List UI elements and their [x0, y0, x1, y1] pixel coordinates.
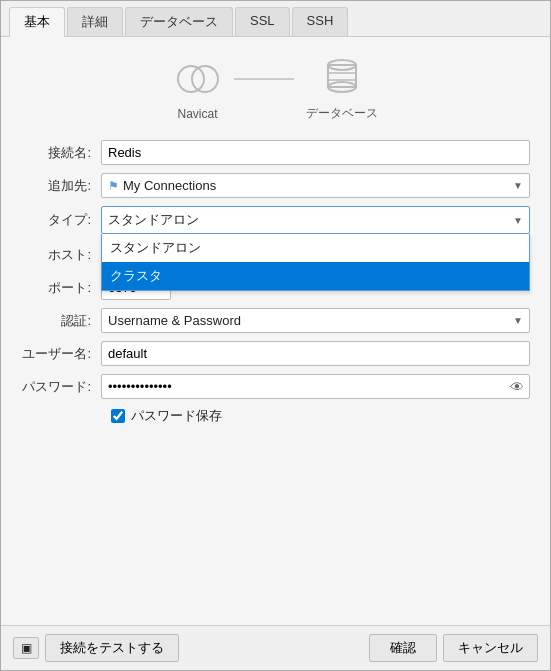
eye-icon[interactable]: 👁 — [510, 379, 524, 395]
ok-button[interactable]: 確認 — [369, 634, 437, 662]
tab-basic[interactable]: 基本 — [9, 7, 65, 37]
folder-icon: ⚑ — [108, 179, 119, 193]
connection-name-control — [101, 140, 530, 165]
footer-right: 確認 キャンセル — [369, 634, 538, 662]
connector-line — [234, 78, 294, 80]
type-value: スタンドアロン — [108, 211, 199, 229]
type-chevron-icon: ▼ — [513, 215, 523, 226]
type-row: タイプ: スタンドアロン ▼ スタンドアロン クラスタ — [21, 206, 530, 234]
username-control — [101, 341, 530, 366]
auth-row: 認証: Username & Password ▼ — [21, 308, 530, 333]
add-to-select[interactable]: ⚑ My Connections ▼ — [101, 173, 530, 198]
auth-select[interactable]: Username & Password ▼ — [101, 308, 530, 333]
tab-detail[interactable]: 詳細 — [67, 7, 123, 36]
add-to-label: 追加先: — [21, 177, 101, 195]
connection-name-row: 接続名: — [21, 140, 530, 165]
password-row: パスワード: 👁 — [21, 374, 530, 399]
database-label: データベース — [306, 105, 378, 122]
database-icon-group: データベース — [306, 53, 378, 122]
add-to-control: ⚑ My Connections ▼ — [101, 173, 530, 198]
password-input[interactable] — [101, 374, 530, 399]
footer: ▣ 接続をテストする 確認 キャンセル — [1, 625, 550, 670]
type-option-standalone[interactable]: スタンドアロン — [102, 234, 529, 262]
username-row: ユーザー名: — [21, 341, 530, 366]
type-label: タイプ: — [21, 211, 101, 229]
auth-chevron-icon: ▼ — [513, 315, 523, 326]
footer-left: ▣ 接続をテストする — [13, 634, 179, 662]
username-label: ユーザー名: — [21, 345, 101, 363]
tab-bar: 基本 詳細 データベース SSL SSH — [1, 1, 550, 37]
connection-name-label: 接続名: — [21, 144, 101, 162]
username-input[interactable] — [101, 341, 530, 366]
auth-label: 認証: — [21, 312, 101, 330]
password-label: パスワード: — [21, 378, 101, 396]
navicat-icon — [174, 55, 222, 103]
connection-name-input[interactable] — [101, 140, 530, 165]
password-container: 👁 — [101, 374, 530, 399]
icon-header: Navicat データベース — [21, 53, 530, 122]
tab-ssl[interactable]: SSL — [235, 7, 290, 36]
tab-database[interactable]: データベース — [125, 7, 233, 36]
main-window: 基本 詳細 データベース SSL SSH Navicat — [0, 0, 551, 671]
add-to-text: My Connections — [123, 178, 216, 193]
add-to-value: ⚑ My Connections — [108, 178, 216, 193]
cancel-button[interactable]: キャンセル — [443, 634, 538, 662]
auth-value: Username & Password — [108, 313, 241, 328]
save-password-row: パスワード保存 — [111, 407, 530, 425]
database-icon — [318, 53, 366, 101]
host-label: ホスト: — [21, 246, 101, 264]
type-select[interactable]: スタンドアロン ▼ — [101, 206, 530, 234]
test-connection-button[interactable]: 接続をテストする — [45, 634, 179, 662]
chevron-down-icon: ▼ — [513, 180, 523, 191]
add-to-row: 追加先: ⚑ My Connections ▼ — [21, 173, 530, 198]
navicat-label: Navicat — [177, 107, 217, 121]
navicat-icon-group: Navicat — [174, 55, 222, 121]
connector — [234, 78, 294, 80]
type-option-cluster[interactable]: クラスタ — [102, 262, 529, 290]
type-dropdown-list: スタンドアロン クラスタ — [101, 234, 530, 291]
auth-control: Username & Password ▼ — [101, 308, 530, 333]
type-dropdown-container: スタンドアロン ▼ スタンドアロン クラスタ — [101, 206, 530, 234]
tab-ssh[interactable]: SSH — [292, 7, 349, 36]
port-label: ポート: — [21, 279, 101, 297]
terminal-button[interactable]: ▣ — [13, 637, 39, 659]
save-password-label: パスワード保存 — [131, 407, 222, 425]
main-content: Navicat データベース 接続名: — [1, 37, 550, 625]
save-password-checkbox[interactable] — [111, 409, 125, 423]
